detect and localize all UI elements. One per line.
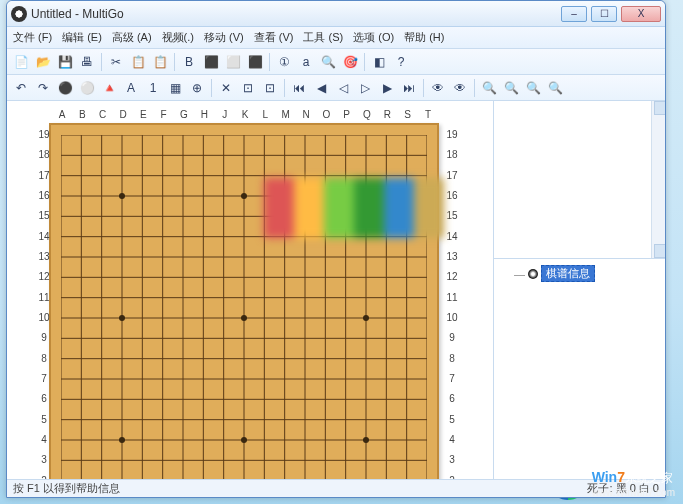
tb1-btn-15[interactable]: a: [296, 52, 316, 72]
tb2-btn-0[interactable]: ↶: [11, 78, 31, 98]
menu-item-8[interactable]: 帮助 (H): [404, 30, 444, 45]
tb1-btn-20[interactable]: ?: [391, 52, 411, 72]
tb2-btn-7[interactable]: ▦: [165, 78, 185, 98]
coord-row-left-14: 14: [37, 231, 51, 242]
tb1-btn-3[interactable]: 🖶: [77, 52, 97, 72]
stone-icon: [528, 269, 538, 279]
coord-row-left-2: 2: [37, 475, 51, 479]
scrollbar[interactable]: [651, 101, 665, 258]
tb1-btn-1[interactable]: 📂: [33, 52, 53, 72]
menu-item-7[interactable]: 选项 (O): [353, 30, 394, 45]
menu-item-0[interactable]: 文件 (F): [13, 30, 52, 45]
tb2-btn-10[interactable]: ✕: [216, 78, 236, 98]
coord-row-right-16: 16: [445, 190, 459, 201]
tb1-btn-10[interactable]: ⬛: [201, 52, 221, 72]
tree-panel[interactable]: — 棋谱信息: [494, 259, 665, 479]
tb2-btn-14[interactable]: ⏮: [289, 78, 309, 98]
coord-col-top-D: D: [117, 109, 129, 120]
tb1-btn-17[interactable]: 🎯: [340, 52, 360, 72]
maximize-button[interactable]: ☐: [591, 6, 617, 22]
coord-row-left-13: 13: [37, 251, 51, 262]
tb2-btn-26[interactable]: 🔍: [523, 78, 543, 98]
tree-connector: —: [514, 268, 525, 280]
menu-item-3[interactable]: 视频(.): [162, 30, 194, 45]
svg-point-45: [363, 315, 369, 321]
coord-row-left-16: 16: [37, 190, 51, 201]
coord-row-left-8: 8: [37, 353, 51, 364]
tb1-btn-2[interactable]: 💾: [55, 52, 75, 72]
watermark-brand2: 7: [617, 469, 625, 485]
toolbar-separator: [269, 53, 270, 71]
status-bar: 按 F1 以得到帮助信息 死子: 黑 0 白 0: [7, 479, 665, 497]
coord-row-right-3: 3: [445, 454, 459, 465]
tb2-btn-16[interactable]: ◁: [333, 78, 353, 98]
coord-row-left-11: 11: [37, 292, 51, 303]
tb1-btn-7[interactable]: 📋: [150, 52, 170, 72]
tb2-btn-11[interactable]: ⊡: [238, 78, 258, 98]
tb2-btn-5[interactable]: A: [121, 78, 141, 98]
coord-col-top-E: E: [137, 109, 149, 120]
tb2-btn-17[interactable]: ▷: [355, 78, 375, 98]
tb1-btn-6[interactable]: 📋: [128, 52, 148, 72]
coord-col-top-M: M: [280, 109, 292, 120]
toolbar-separator: [474, 79, 475, 97]
tb2-btn-24[interactable]: 🔍: [479, 78, 499, 98]
tb2-btn-8[interactable]: ⊕: [187, 78, 207, 98]
tb2-btn-3[interactable]: ⚪: [77, 78, 97, 98]
tb2-btn-25[interactable]: 🔍: [501, 78, 521, 98]
tb1-btn-16[interactable]: 🔍: [318, 52, 338, 72]
tb2-btn-21[interactable]: 👁: [428, 78, 448, 98]
comment-panel[interactable]: [494, 101, 665, 259]
tb2-btn-12[interactable]: ⊡: [260, 78, 280, 98]
coord-row-right-4: 4: [445, 434, 459, 445]
tb2-btn-2[interactable]: ⚫: [55, 78, 75, 98]
coord-row-left-12: 12: [37, 271, 51, 282]
go-board[interactable]: [49, 123, 439, 479]
watermark-url: www.Winwin7.com: [592, 487, 675, 498]
minimize-button[interactable]: –: [561, 6, 587, 22]
app-icon: [11, 6, 27, 22]
tb1-btn-12[interactable]: ⬛: [245, 52, 265, 72]
close-button[interactable]: X: [621, 6, 661, 22]
censored-overlay: [264, 178, 444, 238]
tb1-btn-14[interactable]: ①: [274, 52, 294, 72]
menu-item-2[interactable]: 高级 (A): [112, 30, 152, 45]
tb2-btn-27[interactable]: 🔍: [545, 78, 565, 98]
coord-row-left-4: 4: [37, 434, 51, 445]
tb2-btn-1[interactable]: ↷: [33, 78, 53, 98]
tb1-btn-9[interactable]: B: [179, 52, 199, 72]
coord-row-left-3: 3: [37, 454, 51, 465]
coord-row-right-19: 19: [445, 129, 459, 140]
tb2-btn-22[interactable]: 👁: [450, 78, 470, 98]
tb1-btn-5[interactable]: ✂: [106, 52, 126, 72]
tb2-btn-19[interactable]: ⏭: [399, 78, 419, 98]
coord-col-top-Q: Q: [361, 109, 373, 120]
coord-row-left-9: 9: [37, 332, 51, 343]
svg-point-44: [363, 437, 369, 443]
watermark: Win7系统之家 www.Winwin7.com: [592, 469, 675, 498]
toolbar-separator: [174, 53, 175, 71]
title-bar[interactable]: Untitled - MultiGo – ☐ X: [7, 1, 665, 27]
coord-col-top-B: B: [76, 109, 88, 120]
coord-col-top-F: F: [158, 109, 170, 120]
coord-col-top-S: S: [402, 109, 414, 120]
svg-point-42: [241, 315, 247, 321]
menu-item-6[interactable]: 工具 (S): [303, 30, 343, 45]
toolbar-separator: [364, 53, 365, 71]
tb2-btn-4[interactable]: 🔺: [99, 78, 119, 98]
tb1-btn-0[interactable]: 📄: [11, 52, 31, 72]
menu-item-5[interactable]: 查看 (V): [254, 30, 294, 45]
menu-item-1[interactable]: 编辑 (E): [62, 30, 102, 45]
tree-root-node[interactable]: — 棋谱信息: [514, 265, 659, 282]
coord-row-right-18: 18: [445, 149, 459, 160]
tb2-btn-6[interactable]: 1: [143, 78, 163, 98]
tb1-btn-19[interactable]: ◧: [369, 52, 389, 72]
tb2-btn-15[interactable]: ◀: [311, 78, 331, 98]
tb1-btn-11[interactable]: ⬜: [223, 52, 243, 72]
menu-item-4[interactable]: 移动 (V): [204, 30, 244, 45]
coord-row-right-2: 2: [445, 475, 459, 479]
app-window: Untitled - MultiGo – ☐ X 文件 (F)编辑 (E)高级 …: [6, 0, 666, 498]
tb2-btn-18[interactable]: ▶: [377, 78, 397, 98]
coord-col-top-P: P: [341, 109, 353, 120]
coord-col-top-A: A: [56, 109, 68, 120]
